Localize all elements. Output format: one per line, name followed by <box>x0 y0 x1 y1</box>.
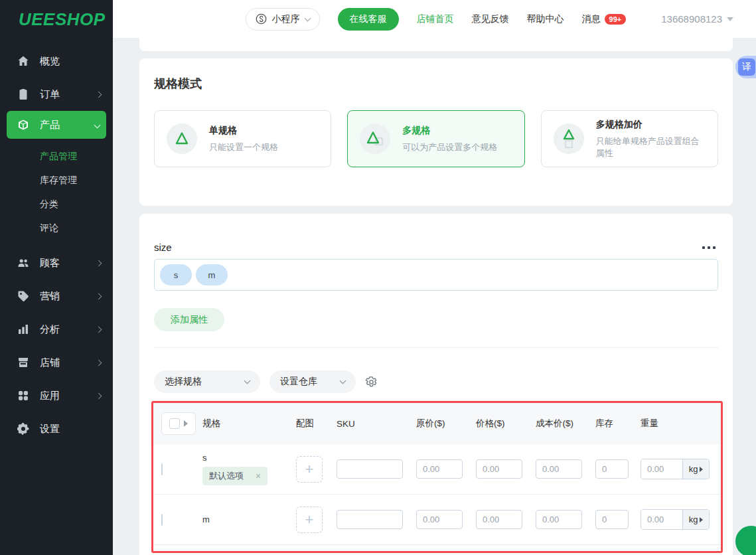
sidebar-item-label: 产品 <box>40 119 60 131</box>
spec-option-multi-markup[interactable]: 多规格加价 只能给单规格产品设置组合属性 <box>541 110 718 167</box>
chevron-down-icon <box>244 378 251 384</box>
original-price-input[interactable] <box>416 459 463 479</box>
spec-mode-title: 规格模式 <box>154 76 718 92</box>
chevron-right-icon <box>96 91 102 98</box>
attribute-header-row: size <box>154 242 718 253</box>
sidebar-subitem-reviews[interactable]: 评论 <box>0 216 113 240</box>
sidebar-item-label: 应用 <box>40 390 60 402</box>
sidebar-item-label: 概览 <box>40 55 60 68</box>
sidebar-item-store[interactable]: 店铺 <box>0 346 113 379</box>
attribute-name: size <box>154 242 172 253</box>
chevron-down-icon <box>94 121 101 128</box>
sidebar-item-label: 店铺 <box>40 357 60 369</box>
sku-table-row: m + kg <box>153 495 721 545</box>
price-input[interactable] <box>476 510 522 529</box>
store-home-link[interactable]: 店铺首页 <box>417 13 454 25</box>
original-price-input[interactable] <box>416 510 463 529</box>
weight-unit-select[interactable]: kg <box>682 459 709 479</box>
mini-program-label: 小程序 <box>272 13 300 25</box>
sidebar-item-marketing[interactable]: 营销 <box>0 279 113 313</box>
select-all-checkbox[interactable] <box>169 418 180 429</box>
set-warehouse-label: 设置仓库 <box>280 376 317 388</box>
warehouse-settings-gear-icon[interactable] <box>365 374 380 389</box>
weight-unit-select[interactable]: kg <box>682 510 709 529</box>
weight-input[interactable] <box>641 459 682 479</box>
spec-option-single[interactable]: 单规格 只能设置一个规格 <box>154 110 331 167</box>
sidebar-item-orders[interactable]: 订单 <box>0 78 113 111</box>
previous-card-stub <box>139 38 733 51</box>
chevron-down-icon <box>304 15 311 21</box>
multi-spec-markup-icon <box>554 123 584 154</box>
brand-logo: UEESHOP <box>0 0 113 30</box>
weight-input[interactable] <box>641 510 682 529</box>
add-attribute-button[interactable]: 添加属性 <box>154 308 224 331</box>
spec-mode-card: 规格模式 单规格 只能设置一个规格 多规格 可以为产品设置多个规格 <box>139 58 733 206</box>
select-spec-dropdown[interactable]: 选择规格 <box>154 370 260 393</box>
mini-program-dropdown[interactable]: 小程序 <box>246 8 320 31</box>
feedback-link[interactable]: 意见反馈 <box>472 13 509 25</box>
sidebar-item-overview[interactable]: 概览 <box>0 44 113 78</box>
apps-grid-icon <box>17 390 29 402</box>
sidebar-item-label: 设置 <box>40 423 60 436</box>
spec-mode-options: 单规格 只能设置一个规格 多规格 可以为产品设置多个规格 多规格加价 只能给 <box>154 110 718 167</box>
messages-link[interactable]: 消息 99+ <box>582 13 627 25</box>
sidebar-subitem-inventory[interactable]: 库存管理 <box>0 168 113 192</box>
header-weight: 重量 <box>641 418 715 430</box>
sidebar-item-analytics[interactable]: 分析 <box>0 313 113 346</box>
online-service-button[interactable]: 在线客服 <box>338 8 399 31</box>
cost-price-input[interactable] <box>536 459 582 479</box>
sidebar-subitem-product-management[interactable]: 产品管理 <box>0 144 113 168</box>
sku-input[interactable] <box>337 510 403 529</box>
sku-input[interactable] <box>337 459 403 479</box>
messages-label: 消息 <box>582 13 601 25</box>
upload-image-button[interactable]: + <box>296 456 323 483</box>
attribute-tag[interactable]: m <box>196 264 228 285</box>
attribute-values-input[interactable]: s m <box>154 259 718 291</box>
header-stock: 库存 <box>595 418 641 430</box>
weight-input-group: kg <box>641 509 710 530</box>
gear-icon <box>17 423 29 435</box>
account-menu[interactable]: 13668908123 <box>661 13 733 25</box>
chevron-down-icon <box>340 378 346 384</box>
set-warehouse-dropdown[interactable]: 设置仓库 <box>269 370 356 393</box>
topbar: 小程序 在线客服 店铺首页 意见反馈 帮助中心 消息 99+ 136689081… <box>113 0 756 38</box>
attributes-card: size s m 添加属性 选择规格 设置仓库 <box>139 214 733 555</box>
cost-price-input[interactable] <box>536 510 582 529</box>
more-options-icon[interactable] <box>700 244 718 252</box>
sku-table-header: 规格 配图 SKU 原价($) 价格($) 成本价($) 库存 重量 <box>153 403 721 444</box>
sidebar-item-label: 订单 <box>40 88 60 101</box>
unit-caret-icon <box>700 467 703 472</box>
row-checkbox[interactable] <box>161 463 163 475</box>
header-price: 价格($) <box>476 418 536 430</box>
spec-option-title: 多规格 <box>402 125 497 137</box>
mini-program-icon <box>256 13 267 25</box>
products-submenu: 产品管理 库存管理 分类 评论 <box>0 139 113 246</box>
remove-tag-icon[interactable]: × <box>256 471 261 481</box>
users-icon <box>17 257 29 269</box>
sidebar-item-apps[interactable]: 应用 <box>0 379 113 412</box>
sku-table-highlighted: 规格 配图 SKU 原价($) 价格($) 成本价($) 库存 重量 s 默认选… <box>151 401 723 553</box>
storefront-icon <box>17 357 29 368</box>
stock-input[interactable] <box>595 459 629 479</box>
sidebar-item-settings[interactable]: 设置 <box>0 412 113 445</box>
stock-input[interactable] <box>595 510 629 529</box>
sidebar-item-products[interactable]: 产品 <box>7 111 106 139</box>
messages-badge: 99+ <box>605 14 627 25</box>
spec-option-multi[interactable]: 多规格 可以为产品设置多个规格 <box>347 110 524 167</box>
weight-input-group: kg <box>641 459 710 479</box>
translate-fab[interactable]: 译 <box>735 56 756 78</box>
app-window: UEESHOP 概览 订单 产品 产品管理 库存管理 分类 评论 <box>0 0 756 555</box>
row-checkbox[interactable] <box>161 514 163 526</box>
select-all-expander[interactable] <box>161 412 196 435</box>
sidebar-subitem-categories[interactable]: 分类 <box>0 192 113 216</box>
spec-value: m <box>202 515 296 524</box>
chevron-right-icon <box>96 359 102 366</box>
upload-image-button[interactable]: + <box>296 507 323 533</box>
attribute-tag[interactable]: s <box>160 264 192 285</box>
help-center-link[interactable]: 帮助中心 <box>527 13 564 25</box>
spec-option-title: 多规格加价 <box>596 119 706 131</box>
sidebar-item-customers[interactable]: 顾客 <box>0 246 113 279</box>
price-input[interactable] <box>476 459 522 479</box>
spec-option-title: 单规格 <box>209 125 278 137</box>
spec-option-desc: 只能设置一个规格 <box>209 141 278 153</box>
